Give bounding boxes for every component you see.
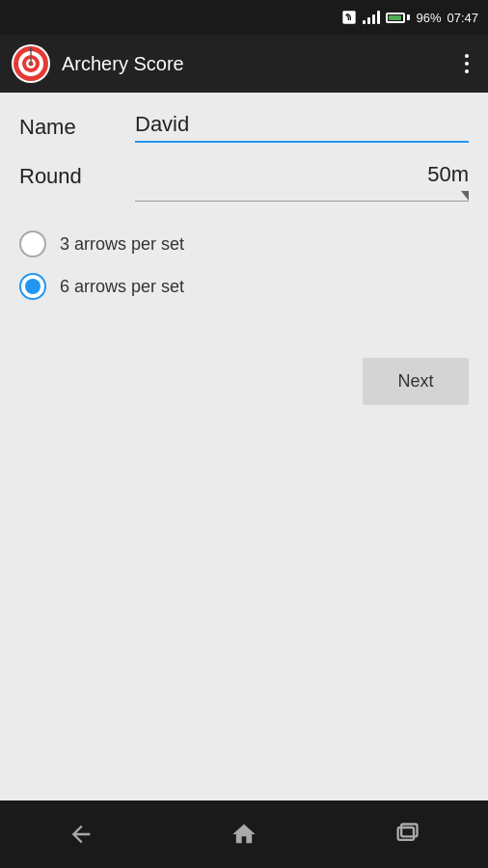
- radio-circle-3arrows: [19, 231, 46, 258]
- back-button[interactable]: [52, 805, 110, 863]
- radio-circle-6arrows: [19, 273, 46, 300]
- app-title: Archery Score: [62, 53, 457, 75]
- round-value: 50m: [427, 162, 469, 187]
- dropdown-arrow-icon: [461, 191, 469, 201]
- home-button[interactable]: [215, 805, 273, 863]
- overflow-dot-2: [465, 62, 469, 66]
- battery-icon: [386, 13, 410, 23]
- status-time: 07:47: [447, 11, 478, 25]
- radio-label-3arrows: 3 arrows per set: [60, 234, 184, 255]
- recents-icon: [393, 821, 420, 848]
- radio-group: 3 arrows per set 6 arrows per set: [19, 231, 469, 300]
- round-label: Round: [19, 162, 135, 189]
- main-content: Name Round 50m 3 arrows per set 6 arr: [0, 93, 488, 800]
- radio-inner-6arrows: [25, 279, 41, 294]
- name-row: Name: [19, 112, 469, 143]
- round-underline: [135, 191, 469, 202]
- battery-percent: 96%: [416, 11, 441, 25]
- overflow-dot-3: [465, 69, 469, 73]
- back-icon: [68, 821, 95, 848]
- status-icons: 96% 07:47: [341, 10, 478, 25]
- bottom-nav: [0, 800, 488, 868]
- recents-button[interactable]: [378, 805, 436, 863]
- app-icon: [12, 44, 50, 83]
- overflow-dot-1: [465, 54, 469, 58]
- radio-item-3arrows[interactable]: 3 arrows per set: [19, 231, 469, 258]
- round-selector[interactable]: 50m: [135, 162, 469, 202]
- nfc-icon: [341, 10, 357, 25]
- status-bar: 96% 07:47: [0, 0, 488, 35]
- home-icon: [230, 821, 258, 848]
- round-row: Round 50m: [19, 162, 469, 202]
- radio-item-6arrows[interactable]: 6 arrows per set: [19, 273, 469, 300]
- next-button[interactable]: Next: [363, 358, 469, 405]
- name-input[interactable]: [135, 112, 469, 137]
- radio-label-6arrows: 6 arrows per set: [60, 277, 184, 297]
- name-label: Name: [19, 115, 135, 140]
- overflow-menu-button[interactable]: [457, 46, 476, 81]
- name-input-container: [135, 112, 469, 143]
- app-bar: Archery Score: [0, 35, 488, 93]
- button-row: Next: [19, 358, 469, 405]
- signal-icon: [363, 11, 380, 24]
